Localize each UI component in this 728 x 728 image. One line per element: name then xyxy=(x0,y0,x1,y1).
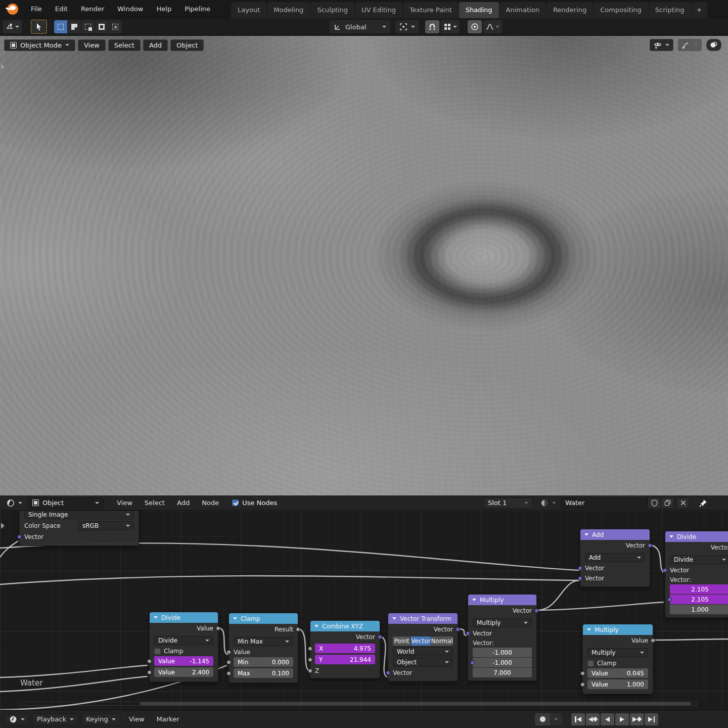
clamp-type-dropdown[interactable]: Min Max xyxy=(234,637,293,646)
min-field[interactable]: Min 0.000 xyxy=(234,657,293,667)
jump-to-end-button[interactable] xyxy=(645,713,658,725)
tab-shading[interactable]: Shading xyxy=(459,2,499,18)
node-menu-add[interactable]: Add xyxy=(171,499,196,507)
active-tool-button[interactable] xyxy=(3,20,22,33)
convert-to-dropdown[interactable]: Object xyxy=(393,658,453,667)
vector-output-socket[interactable] xyxy=(534,609,539,613)
menu-help[interactable]: Help xyxy=(150,0,178,18)
node-vector-math-add[interactable]: Add Vector Add Vector Vector xyxy=(580,529,650,587)
max-input-socket[interactable] xyxy=(226,671,231,675)
tab-rendering[interactable]: Rendering xyxy=(547,2,593,18)
viewport-menu-select[interactable]: Select xyxy=(108,39,141,51)
result-output-socket[interactable] xyxy=(296,627,300,632)
x-input-socket[interactable] xyxy=(308,646,312,651)
node-vector-transform[interactable]: Vector Transform Vector Point Vector Nor… xyxy=(388,613,458,681)
vector-input-socket[interactable] xyxy=(578,566,582,571)
node-sidebar-expand-arrow[interactable] xyxy=(1,523,5,529)
proportional-falloff-dropdown[interactable] xyxy=(483,20,502,33)
overlays-toggle[interactable] xyxy=(706,39,721,51)
collapse-icon[interactable] xyxy=(584,533,588,536)
value-input-socket[interactable] xyxy=(147,659,152,663)
collapse-icon[interactable] xyxy=(472,599,476,601)
menu-edit[interactable]: Edit xyxy=(49,0,74,18)
vector-input-socket[interactable] xyxy=(667,597,672,602)
min-input-socket[interactable] xyxy=(226,660,231,664)
vector-z-field[interactable]: 7.000 xyxy=(473,668,532,677)
vector-input-socket[interactable] xyxy=(386,671,390,675)
value-input-field[interactable]: Value 1.000 xyxy=(587,679,648,689)
use-nodes-toggle[interactable]: Use Nodes xyxy=(232,499,277,507)
select-mode-invert-button[interactable] xyxy=(95,20,108,33)
menu-render[interactable]: Render xyxy=(74,0,111,18)
node-header[interactable]: Combine XYZ xyxy=(310,621,380,631)
menu-window[interactable]: Window xyxy=(111,0,150,18)
node-math-multiply[interactable]: Multiply Value Multiply Clamp Value 0.04… xyxy=(582,624,653,694)
scrollbar-thumb[interactable] xyxy=(140,702,691,705)
pin-button[interactable] xyxy=(699,498,708,508)
timeline-menu-view[interactable]: View xyxy=(123,715,151,723)
convert-from-dropdown[interactable]: World xyxy=(393,647,453,656)
fake-user-button[interactable] xyxy=(648,497,661,509)
node-header[interactable]: Multiply xyxy=(583,624,653,635)
play-reverse-button[interactable] xyxy=(601,713,614,725)
sidebar-expand-arrow[interactable] xyxy=(1,64,5,70)
collapse-icon[interactable] xyxy=(669,535,673,538)
material-browse-dropdown[interactable] xyxy=(539,497,558,509)
keying-set-dropdown[interactable] xyxy=(550,713,562,725)
value-input-field[interactable]: Value 2.400 xyxy=(154,667,213,677)
value-input-socket[interactable] xyxy=(580,671,585,675)
tweak-tool-button[interactable] xyxy=(31,20,47,34)
segment-vector[interactable]: Vector xyxy=(411,636,430,646)
node-vector-math-divide[interactable]: Divide Vector Divide Vector Vector: 2.10… xyxy=(665,531,728,618)
operation-dropdown[interactable]: Divide xyxy=(154,636,213,645)
tab-animation[interactable]: Animation xyxy=(499,2,546,18)
vector-y-field[interactable]: 2.105 xyxy=(670,595,728,604)
menu-pipeline[interactable]: Pipeline xyxy=(178,0,217,18)
value-input-socket[interactable] xyxy=(226,650,231,655)
blender-logo-icon[interactable] xyxy=(7,4,18,15)
segment-point[interactable]: Point xyxy=(393,636,411,646)
timeline-menu-marker[interactable]: Marker xyxy=(151,715,186,723)
node-header[interactable]: Divide xyxy=(150,612,218,623)
z-input-socket[interactable] xyxy=(308,669,312,673)
y-input-socket[interactable] xyxy=(308,657,312,662)
snap-toggle-button[interactable] xyxy=(425,20,439,33)
vector-input-socket[interactable] xyxy=(578,576,582,581)
playback-menu[interactable]: Playback xyxy=(32,713,79,725)
node-canvas[interactable]: Single Image Color Space sRGB Vector Div… xyxy=(0,511,728,710)
tab-compositing[interactable]: Compositing xyxy=(594,2,648,18)
proportional-editing-toggle[interactable] xyxy=(468,20,482,33)
menu-file[interactable]: File xyxy=(24,0,49,18)
next-keyframe-button[interactable] xyxy=(630,713,644,725)
value-input-socket[interactable] xyxy=(580,682,585,687)
editor-type-dropdown[interactable] xyxy=(4,497,25,509)
vector-input-socket[interactable] xyxy=(17,535,22,539)
add-workspace-button[interactable]: + xyxy=(692,2,707,18)
timeline-editor-type-dropdown[interactable] xyxy=(4,713,30,725)
value-input-socket[interactable] xyxy=(147,670,152,674)
node-clamp[interactable]: Clamp Result Min Max Value Min 0.000 xyxy=(229,613,298,683)
tab-layout[interactable]: Layout xyxy=(231,2,266,18)
select-mode-set-button[interactable] xyxy=(54,20,67,33)
node-header[interactable]: Vector Transform xyxy=(388,613,458,624)
vector-z-field[interactable]: 1.000 xyxy=(670,605,728,614)
node-header[interactable]: Clamp xyxy=(229,613,298,624)
tab-uv-editing[interactable]: UV Editing xyxy=(355,2,402,18)
node-combine-xyz[interactable]: Combine XYZ Vector X 4.975 Y 21.944 xyxy=(310,620,380,678)
node-menu-node[interactable]: Node xyxy=(196,499,225,507)
collapse-icon[interactable] xyxy=(314,625,318,627)
collapse-icon[interactable] xyxy=(233,617,237,620)
node-menu-select[interactable]: Select xyxy=(139,499,171,507)
clamp-checkbox[interactable] xyxy=(587,660,594,667)
tab-texture-paint[interactable]: Texture Paint xyxy=(403,2,459,18)
color-space-dropdown[interactable]: sRGB xyxy=(78,521,134,530)
viewport-menu-add[interactable]: Add xyxy=(143,39,168,51)
node-header[interactable]: Add xyxy=(580,529,650,540)
clamp-checkbox[interactable] xyxy=(154,648,161,655)
tab-modeling[interactable]: Modeling xyxy=(267,2,310,18)
y-field[interactable]: Y 21.944 xyxy=(315,655,375,664)
vector-input-socket[interactable] xyxy=(470,660,475,665)
unlink-material-button[interactable] xyxy=(676,497,690,509)
vector-input-socket[interactable] xyxy=(466,631,470,636)
value-output-socket[interactable] xyxy=(216,626,220,631)
